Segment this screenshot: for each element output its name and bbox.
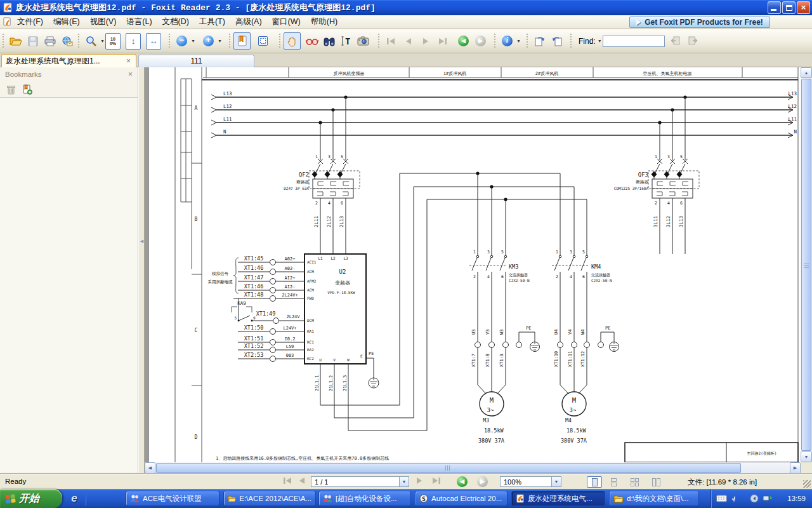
last-page-button[interactable] (434, 32, 451, 50)
menu-file[interactable]: 文件(F) (12, 15, 48, 29)
quick-launch-ie[interactable]: e (66, 491, 82, 506)
find-options-dropdown[interactable]: ▾ (597, 38, 603, 44)
previous-view-button[interactable]: ◀ (457, 476, 468, 487)
tab-document-111[interactable]: 111 (138, 55, 254, 67)
taskbar-item-qq-group[interactable]: ACE电气设计联盟 (126, 491, 219, 506)
previous-view-button[interactable]: ◀ (455, 32, 472, 50)
svg-text:XT1:48: XT1:48 (244, 291, 264, 298)
collapse-panel-handle[interactable]: ◀ (140, 227, 144, 255)
next-page-icon[interactable] (416, 477, 423, 485)
rotate-left-button[interactable] (531, 32, 548, 50)
close-button[interactable]: × (797, 1, 810, 14)
menu-help[interactable]: 帮助(H) (306, 15, 343, 29)
toolbar-grip (278, 34, 282, 49)
loupe-tool-button[interactable] (303, 32, 320, 50)
menu-tools[interactable]: 工具(T) (194, 15, 230, 29)
menu-window[interactable]: 窗口(W) (267, 15, 306, 29)
bookmarks-tree[interactable] (0, 98, 138, 472)
vertical-scrollbar[interactable]: ▲ ▼ (801, 67, 812, 462)
layout-single-page-button[interactable] (587, 476, 602, 488)
layout-continuous-button[interactable] (606, 476, 621, 488)
start-button[interactable]: 开始 (0, 489, 62, 508)
print-button[interactable] (41, 32, 58, 50)
chevron-down-icon[interactable]: ▼ (399, 477, 409, 486)
save-button[interactable] (24, 32, 41, 50)
text-select-button[interactable]: T (337, 32, 355, 50)
panel-close-icon[interactable]: × (128, 70, 133, 79)
taskbar-item-qq-chat[interactable]: [超]自动化设备设... (318, 491, 411, 506)
find-previous-button[interactable] (667, 32, 684, 50)
foxit-promo-banner[interactable]: Get Foxit PDF Products for Free! (629, 17, 770, 28)
layout-facing-button[interactable] (627, 476, 642, 488)
svg-text:3: 3 (667, 154, 670, 159)
page-number-combo[interactable]: 1 / 1 ▼ (311, 476, 409, 487)
zoom-out-button[interactable]: − (173, 32, 190, 50)
last-page-icon (438, 37, 447, 45)
tab-close-icon[interactable]: × (125, 57, 132, 65)
hand-tool-button[interactable] (284, 32, 301, 50)
pdf-page[interactable]: A B C D 反冲风机变频器 1#反冲风机 2#反冲风机 空压机、臭氧主机柜电… (149, 67, 801, 462)
menu-document[interactable]: 文档(D) (157, 15, 194, 29)
email-button[interactable] (58, 32, 75, 50)
tab-active-document[interactable]: 废水处理系统电气原理图1... × (1, 54, 136, 67)
clock[interactable]: 13:59 (787, 495, 806, 502)
keyboard-icon[interactable] (716, 495, 727, 502)
previous-page-button[interactable] (400, 32, 417, 50)
zoom-in-dropdown[interactable]: ▾ (217, 38, 223, 44)
panel-splitter[interactable]: ◀ (138, 67, 145, 474)
next-page-button[interactable] (417, 32, 434, 50)
first-page-icon[interactable] (283, 477, 292, 485)
chevron-down-icon[interactable]: ▼ (551, 477, 561, 486)
menu-language[interactable]: 语言(L) (121, 15, 157, 29)
svg-text:5: 5 (680, 154, 683, 159)
vertical-scroll-thumb[interactable] (801, 79, 811, 451)
zoom-tool-button[interactable] (82, 32, 100, 50)
hidden-icons-arrow[interactable] (731, 495, 737, 502)
scroll-left-arrow[interactable]: ◀ (145, 462, 155, 474)
find-next-button[interactable] (684, 32, 702, 50)
rotate-right-button[interactable] (548, 32, 565, 50)
next-view-button[interactable]: ▶ (477, 476, 488, 487)
bookmarks-panel-toggle[interactable] (233, 32, 251, 50)
scroll-down-arrow[interactable]: ▼ (801, 451, 812, 462)
first-page-button[interactable] (383, 32, 400, 50)
scroll-up-arrow[interactable]: ▲ (801, 67, 812, 78)
minimize-button[interactable] (768, 1, 781, 14)
zoom-in-button[interactable]: + (200, 32, 217, 50)
properties-dropdown[interactable]: ▾ (516, 38, 521, 44)
menu-advanced[interactable]: 高级(A) (230, 15, 267, 29)
maximize-button[interactable] (782, 1, 796, 14)
schematic-canvas: A B C D 反冲风机变频器 1#反冲风机 2#反冲风机 空压机、臭氧主机柜电… (149, 67, 801, 462)
open-button[interactable] (7, 32, 24, 50)
language-bar-icon[interactable] (750, 494, 759, 503)
menu-edit[interactable]: 编辑(E) (48, 15, 85, 29)
fit-page-button[interactable]: ↕ (126, 33, 141, 50)
menu-view[interactable]: 视图(V) (85, 15, 122, 29)
zoom-combo[interactable]: 100% ▼ (500, 476, 561, 487)
delete-bookmark-icon[interactable] (6, 84, 16, 95)
taskbar-item-folder-d[interactable]: d:\我的文档\桌面\... (609, 491, 699, 506)
horizontal-scroll-thumb[interactable] (156, 463, 741, 473)
zoom-100-button[interactable]: 100% (105, 33, 121, 50)
status-bar: Ready 1 / 1 ▼ ◀ ▶ 100% ▼ 文件: [11.69 * 8.… (0, 474, 812, 489)
layout-continuous-facing-button[interactable] (648, 476, 664, 488)
zoom-out-dropdown[interactable]: ▾ (190, 38, 196, 44)
next-view-button[interactable]: ▶ (472, 32, 489, 50)
taskbar-item-folder-e[interactable]: E:\ACE 2012\ACE\A... (223, 491, 316, 506)
horizontal-scrollbar[interactable]: ◀ ▶ (145, 462, 801, 474)
search-button[interactable] (320, 32, 337, 50)
previous-page-icon[interactable] (298, 477, 306, 485)
fit-width-button[interactable]: ↔ (146, 33, 161, 50)
zoom-tool-dropdown[interactable]: ▾ (100, 38, 105, 44)
pages-panel-button[interactable] (254, 32, 272, 50)
resize-grip[interactable] (803, 480, 811, 488)
network-status-icon[interactable] (763, 495, 773, 503)
scroll-right-arrow[interactable]: ▶ (790, 462, 801, 474)
add-bookmark-icon[interactable] (22, 84, 32, 95)
taskbar-item-foxit-active[interactable]: 废水处理系统电气... (511, 491, 605, 506)
last-page-icon[interactable] (431, 477, 441, 485)
find-input[interactable] (603, 36, 665, 47)
snapshot-button[interactable] (355, 32, 372, 50)
properties-button[interactable]: i (499, 32, 516, 50)
taskbar-item-autocad[interactable]: S Autocad Elctrical 20... (415, 491, 508, 506)
